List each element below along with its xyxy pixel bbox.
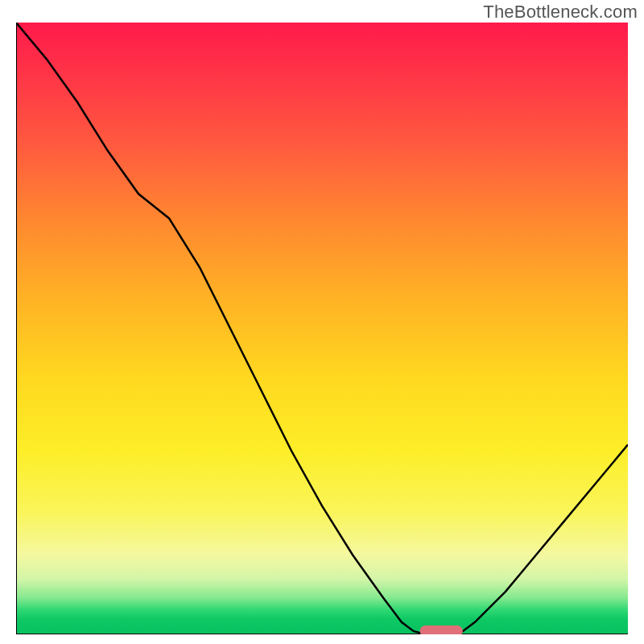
bottleneck-curve <box>16 23 628 634</box>
optimal-marker <box>420 625 463 634</box>
chart-svg <box>16 23 628 634</box>
watermark-text: TheBottleneck.com <box>483 2 638 23</box>
chart-plot-area <box>16 23 628 634</box>
